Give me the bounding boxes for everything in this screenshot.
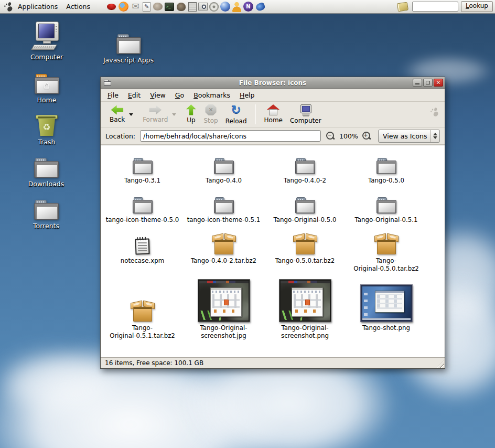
file-label: Tango-Original-0.5.1.tar.bz2 bbox=[110, 324, 175, 340]
archive-icon bbox=[374, 230, 399, 254]
desktop-icon-downloads[interactable]: Downloads bbox=[16, 148, 76, 188]
file-label: Tango-0.4.0-2.tar.bz2 bbox=[191, 257, 256, 265]
file-label: Tango-Original-screenshot.png bbox=[281, 324, 329, 340]
terminal-icon[interactable] bbox=[165, 3, 174, 11]
screenshot-tool-icon[interactable] bbox=[198, 3, 208, 10]
toolbar-separator bbox=[255, 104, 256, 124]
file-list-view[interactable]: Tango-0.3.1Tango-0.4.0Tango-0.4.0-2Tango… bbox=[101, 145, 445, 357]
toolbar-back-button[interactable]: Back bbox=[106, 104, 128, 125]
folder-icon bbox=[295, 151, 315, 174]
minimize-button[interactable] bbox=[413, 79, 422, 87]
file-tango-original-screenshot-png[interactable]: Tango-Original-screenshot.png bbox=[264, 276, 346, 349]
file-tango-0-5-0-tar-bz2[interactable]: Tango-0.5.0.tar.bz2 bbox=[264, 230, 346, 276]
file-tango-0-4-0[interactable]: Tango-0.4.0 bbox=[183, 151, 264, 190]
screenshot-dark-icon bbox=[279, 276, 331, 322]
file-tango-icon-theme-0-5-0[interactable]: tango-icon-theme-0.5.0 bbox=[102, 190, 183, 230]
file-row-3: notecase.xpmTango-0.4.0-2.tar.bz2Tango-0… bbox=[101, 230, 445, 276]
view-mode-spinner[interactable] bbox=[431, 130, 439, 142]
file-tango-original-0-5-0[interactable]: Tango-Original-0.5.0 bbox=[264, 190, 346, 230]
menu-edit[interactable]: Edit bbox=[123, 90, 145, 101]
file-tango-icon-theme-0-5-1[interactable]: tango-icon-theme-0.5.1 bbox=[183, 190, 264, 230]
desktop-icon-label: Computer bbox=[30, 53, 63, 61]
desktop-icon-torrents[interactable]: Torrents bbox=[16, 190, 76, 230]
screenshot-dark-icon bbox=[198, 276, 250, 322]
desktop-icon-label: Trash bbox=[38, 138, 55, 146]
spin-down-icon bbox=[433, 136, 437, 139]
menu-help[interactable]: Help bbox=[235, 90, 260, 101]
xmms-icon[interactable] bbox=[220, 2, 230, 12]
titlebar[interactable]: File Browser: icons bbox=[101, 77, 445, 89]
zoom-out-button[interactable]: − bbox=[326, 131, 336, 141]
window-controls bbox=[413, 79, 443, 87]
media-player-icon[interactable] bbox=[209, 2, 219, 12]
bluefish-icon[interactable] bbox=[255, 1, 266, 12]
folder-icon bbox=[295, 190, 315, 214]
dictionary-lookup-input[interactable] bbox=[412, 2, 458, 12]
desktop-icon-label: Home bbox=[37, 96, 57, 104]
file-tango-0-5-0[interactable]: Tango-0.5.0 bbox=[346, 151, 427, 190]
messenger-icon[interactable] bbox=[232, 2, 242, 12]
toolbar-up-button[interactable]: Up bbox=[182, 103, 200, 125]
file-label: tango-icon-theme-0.5.0 bbox=[106, 216, 179, 224]
window-folder-icon[interactable] bbox=[104, 80, 111, 86]
desktop-icon-home[interactable]: ⌂ Home bbox=[17, 64, 77, 104]
resize-grip[interactable] bbox=[437, 360, 444, 368]
maximize-button[interactable] bbox=[423, 79, 433, 87]
stop-icon: ✕ bbox=[205, 104, 217, 116]
gnome-foot-icon[interactable] bbox=[3, 2, 14, 12]
notepad-icon bbox=[135, 230, 149, 254]
zoom-in-button[interactable]: + bbox=[362, 131, 372, 141]
folder-icon bbox=[116, 24, 141, 54]
file-label: Tango-0.3.1 bbox=[124, 177, 160, 185]
file-label: Tango-0.5.0 bbox=[368, 177, 404, 185]
menu-go[interactable]: Go bbox=[170, 90, 189, 101]
gnu-icon[interactable] bbox=[176, 1, 187, 12]
calculator-icon[interactable] bbox=[188, 2, 197, 12]
file-tango-shot-png[interactable]: Tango-shot.png bbox=[346, 276, 427, 349]
file-tango-original-screenshot-jpg[interactable]: Tango-Original-screenshot.jpg bbox=[183, 276, 264, 349]
folder-icon bbox=[214, 151, 234, 174]
location-label: Location: bbox=[105, 132, 135, 140]
desktop-icon-javascript-apps[interactable]: Javascript Apps bbox=[99, 24, 158, 64]
desktop-icon-trash[interactable]: ♻ Trash bbox=[17, 106, 77, 146]
menubar: File Edit View Go Bookmarks Help bbox=[101, 89, 445, 102]
dictionary-icon[interactable] bbox=[397, 2, 408, 12]
file-tango-original-0-5-1[interactable]: Tango-Original-0.5.1 bbox=[346, 190, 427, 230]
file-label: Tango-0.5.0.tar.bz2 bbox=[275, 257, 335, 265]
menu-file[interactable]: File bbox=[103, 90, 123, 101]
folder-icon bbox=[376, 151, 396, 174]
nvu-icon[interactable] bbox=[243, 2, 253, 12]
file-notecase-xpm[interactable]: notecase.xpm bbox=[102, 230, 183, 276]
toolbar-back-dropdown-icon[interactable] bbox=[129, 113, 133, 116]
screenshot-blue-icon bbox=[361, 276, 412, 322]
lookup-button[interactable]: Lookup bbox=[461, 1, 493, 12]
throbber-foot-icon bbox=[429, 107, 439, 119]
forward-arrow-icon bbox=[149, 105, 162, 115]
view-mode-select[interactable]: View as Icons bbox=[378, 130, 440, 143]
file-tango-original-0-5-1-tar-bz2[interactable]: Tango-Original-0.5.1.tar.bz2 bbox=[102, 276, 183, 349]
toolbar-home-button[interactable]: Home bbox=[261, 103, 286, 125]
actions-menu[interactable]: Actions bbox=[62, 1, 94, 12]
folder-icon bbox=[34, 190, 59, 220]
mail-icon[interactable] bbox=[130, 1, 141, 12]
desktop-icon-computer[interactable]: Computer bbox=[17, 21, 77, 61]
file-tango-0-4-0-2-tar-bz2[interactable]: Tango-0.4.0-2.tar.bz2 bbox=[183, 230, 264, 276]
location-input[interactable] bbox=[140, 130, 321, 142]
text-editor-icon[interactable] bbox=[143, 2, 150, 12]
status-text: 16 items, Free space: 100.1 GB bbox=[105, 359, 203, 367]
toolbar-computer-button[interactable]: Computer bbox=[286, 103, 325, 126]
gimp-icon[interactable] bbox=[152, 1, 163, 12]
statusbar: 16 items, Free space: 100.1 GB bbox=[101, 357, 445, 368]
applications-menu[interactable]: Applications bbox=[14, 1, 62, 12]
file-tango-original-0-5-0-tar-bz2[interactable]: Tango-Original-0.5.0.tar.bz2 bbox=[346, 230, 427, 276]
menu-view[interactable]: View bbox=[145, 90, 170, 101]
red-hat-icon[interactable] bbox=[106, 1, 117, 12]
file-tango-0-4-0-2[interactable]: Tango-0.4.0-2 bbox=[264, 151, 346, 190]
menu-bookmarks[interactable]: Bookmarks bbox=[189, 90, 235, 101]
desktop-icon-label: Javascript Apps bbox=[103, 56, 154, 64]
firefox-icon[interactable] bbox=[119, 2, 128, 12]
close-button[interactable] bbox=[434, 79, 443, 87]
file-tango-0-3-1[interactable]: Tango-0.3.1 bbox=[102, 151, 183, 190]
file-row-1: Tango-0.3.1Tango-0.4.0Tango-0.4.0-2Tango… bbox=[101, 145, 445, 190]
toolbar-reload-button[interactable]: ↻ Reload bbox=[222, 103, 251, 126]
